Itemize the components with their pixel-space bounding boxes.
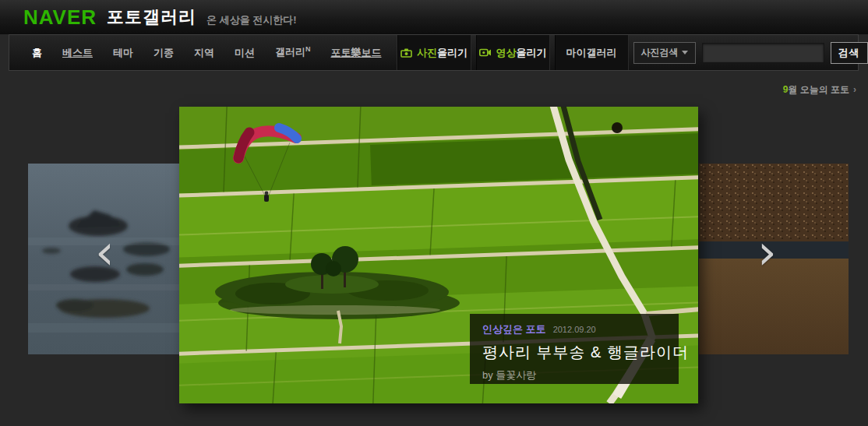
photo-author[interactable]: by 들꽃사랑: [482, 368, 679, 382]
chevron-down-icon: [682, 51, 688, 55]
naver-logo[interactable]: NAVER: [23, 5, 97, 30]
nav-item-region[interactable]: 지역: [184, 46, 224, 60]
todays-photo-link[interactable]: 9월 오늘의 포토›: [783, 83, 856, 97]
page-title[interactable]: 포토갤러리: [107, 5, 196, 29]
nav-item-home[interactable]: 홈: [22, 46, 52, 60]
featured-photo[interactable]: 인상깊은 포토 2012.09.20 평사리 부부송 & 행글라이더 by 들꽃…: [179, 107, 698, 403]
search-category-dropdown[interactable]: 사진검색: [633, 42, 696, 64]
carousel-prev-button[interactable]: ‹: [95, 228, 115, 276]
navigation-bar: 홈 베스트 테마 기종 지역 미션 갤러리N 포토樂보드 사진올리기 영상올리기…: [9, 34, 859, 71]
action-buttons: 사진올리기 영상올리기 마이갤러리: [397, 35, 633, 70]
photo-title[interactable]: 평사리 부부송 & 행글라이더: [482, 342, 679, 363]
search-area: 사진검색 검색: [633, 35, 868, 70]
header: NAVER 포토갤러리 온 세상을 전시한다!: [0, 0, 868, 34]
video-upload-icon: [479, 48, 492, 57]
nav-item-gallery-n[interactable]: 갤러리N: [265, 45, 321, 59]
photo-date: 2012.09.20: [553, 325, 596, 334]
my-gallery-button[interactable]: 마이갤러리: [555, 35, 629, 70]
chevron-right-icon: ›: [853, 84, 856, 95]
nav-item-mission[interactable]: 미션: [224, 46, 265, 60]
site-tagline: 온 세상을 전시한다!: [206, 13, 297, 27]
photo-caption: 인상깊은 포토 2012.09.20 평사리 부부송 & 행글라이더 by 들꽃…: [470, 314, 679, 384]
impressive-photo-badge[interactable]: 인상깊은 포토: [482, 322, 546, 336]
nav-item-photo-board[interactable]: 포토樂보드: [321, 46, 392, 60]
upload-video-button[interactable]: 영상올리기: [476, 35, 550, 70]
carousel-next-button[interactable]: ›: [757, 228, 777, 276]
main-menu: 홈 베스트 테마 기종 지역 미션 갤러리N 포토樂보드: [9, 35, 397, 70]
photo-upload-icon: [400, 48, 412, 58]
nav-item-best[interactable]: 베스트: [52, 46, 103, 60]
nav-item-model[interactable]: 기종: [143, 46, 184, 60]
nav-item-theme[interactable]: 테마: [103, 46, 143, 60]
new-badge: N: [305, 45, 311, 53]
upload-photo-button[interactable]: 사진올리기: [397, 35, 471, 70]
search-button[interactable]: 검색: [831, 42, 868, 64]
search-input[interactable]: [702, 43, 824, 63]
